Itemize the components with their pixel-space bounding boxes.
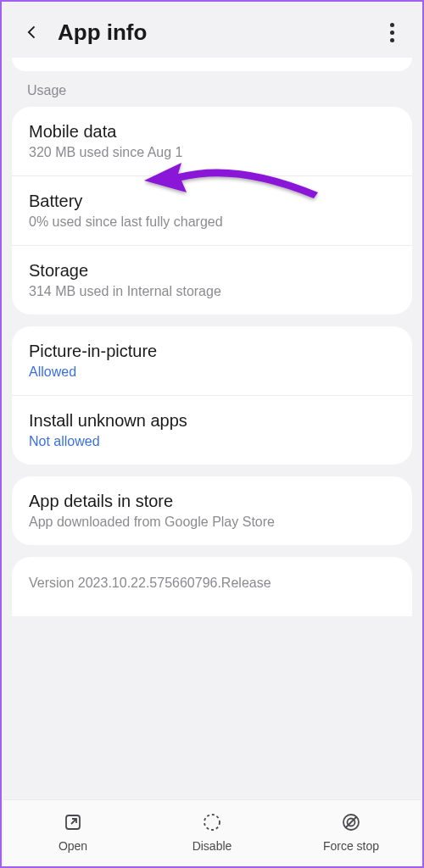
disable-button[interactable]: Disable [161, 810, 263, 853]
store-card: App details in store App downloaded from… [12, 476, 412, 545]
row-sub: 0% used since last fully charged [29, 214, 395, 230]
usage-card: Mobile data 320 MB used since Aug 1 Batt… [12, 107, 412, 314]
row-app-details-in-store[interactable]: App details in store App downloaded from… [12, 476, 412, 545]
row-title: Install unknown apps [29, 411, 395, 431]
svg-point-1 [204, 815, 220, 830]
open-label: Open [59, 839, 87, 853]
row-title: App details in store [29, 492, 395, 511]
row-sub: App downloaded from Google Play Store [29, 515, 395, 530]
version-card: Version 2023.10.22.575660796.Release [12, 557, 412, 616]
row-sub: Allowed [29, 364, 395, 380]
row-storage[interactable]: Storage 314 MB used in Internal storage [12, 245, 412, 314]
chevron-left-icon [24, 24, 41, 41]
version-text: Version 2023.10.22.575660796.Release [29, 576, 395, 591]
row-title: Storage [29, 261, 395, 281]
permissions-card: Picture-in-picture Allowed Install unkno… [12, 326, 412, 465]
dot-icon [390, 38, 394, 42]
row-mobile-data[interactable]: Mobile data 320 MB used since Aug 1 [12, 107, 412, 175]
header: App info [2, 2, 422, 58]
prev-card-bottom [12, 58, 412, 71]
row-title: Picture-in-picture [29, 342, 395, 361]
open-button[interactable]: Open [22, 810, 124, 853]
row-sub: Not allowed [29, 434, 395, 449]
dot-icon [390, 31, 394, 35]
row-sub: 320 MB used since Aug 1 [29, 145, 395, 160]
disable-label: Disable [192, 839, 232, 853]
row-title: Mobile data [29, 122, 395, 142]
row-picture-in-picture[interactable]: Picture-in-picture Allowed [12, 326, 412, 395]
force-stop-icon [339, 810, 363, 834]
bottom-bar: Open Disable Force stop [3, 799, 421, 866]
force-stop-label: Force stop [323, 839, 379, 853]
back-button[interactable] [19, 19, 46, 46]
open-icon [61, 810, 85, 834]
row-install-unknown-apps[interactable]: Install unknown apps Not allowed [12, 395, 412, 465]
disable-icon [200, 810, 224, 834]
row-sub: 314 MB used in Internal storage [29, 284, 395, 299]
more-options-button[interactable] [378, 19, 405, 46]
section-label-usage: Usage [2, 83, 422, 107]
force-stop-button[interactable]: Force stop [300, 810, 402, 853]
page-title: App info [58, 19, 378, 46]
row-title: Battery [29, 192, 395, 211]
dot-icon [390, 23, 394, 27]
row-battery[interactable]: Battery 0% used since last fully charged [12, 175, 412, 245]
